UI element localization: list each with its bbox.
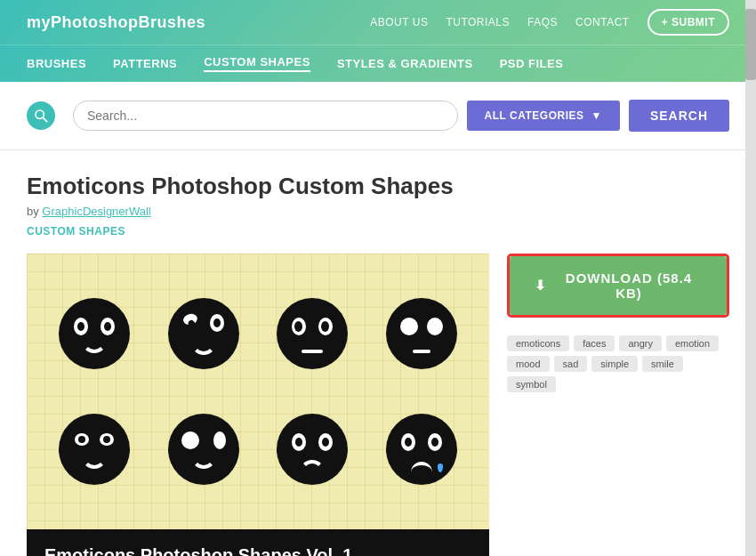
top-nav-links: ABOUT US TUTORIALS FAQS CONTACT + SUBMIT [370,9,729,36]
tags-section: emoticonsfacesangryemotionmoodsadsimples… [507,335,729,392]
emoticon-7 [262,396,363,503]
nav-patterns[interactable]: PATTERNS [113,57,177,70]
image-caption: Emoticons Photoshop Shapes Vol. 1 Graphi… [27,529,489,556]
tag-angry[interactable]: angry [619,335,662,351]
main-content: Emoticons Photoshop Custom Shapes by Gra… [0,150,756,556]
chevron-down-icon: ▼ [591,109,601,122]
nav-contact[interactable]: CONTACT [575,16,630,28]
emoticon-1 [44,280,145,387]
tag-smile[interactable]: smile [642,356,683,372]
download-icon: ⬇ [535,278,547,294]
author-line: by GraphicDesignerWall [27,205,729,218]
nav-styles-gradients[interactable]: STYLES & GRADIENTS [337,57,473,70]
nav-tutorials[interactable]: TUTORIALS [446,16,510,28]
nav-custom-shapes[interactable]: CUSTOM SHAPES [204,55,310,72]
search-icon-wrap [27,101,55,130]
scrollbar-thumb[interactable] [745,9,756,80]
sidebar: ⬇ DOWNLOAD (58.4 KB) emoticonsfacesangry… [507,254,729,556]
content-area: Emoticons Photoshop Shapes Vol. 1 Graphi… [27,254,729,556]
page-title: Emoticons Photoshop Custom Shapes [27,173,729,200]
secondary-nav: BRUSHES PATTERNS CUSTOM SHAPES STYLES & … [0,44,756,82]
download-button-wrap: ⬇ DOWNLOAD (58.4 KB) [507,254,729,318]
search-bar [73,101,458,131]
tag-mood[interactable]: mood [507,356,550,372]
image-title: Emoticons Photoshop Shapes Vol. 1 [44,545,471,556]
nav-psd-files[interactable]: PSD FILES [500,57,564,70]
emoticon-4 [372,280,472,387]
tag-emoticons[interactable]: emoticons [507,335,569,351]
nav-about[interactable]: ABOUT US [370,16,428,28]
emoticon-3 [262,280,363,387]
tag-sad[interactable]: sad [554,356,588,372]
category-dropdown[interactable]: ALL CATEGORIES ▼ [467,101,620,131]
svg-line-1 [43,117,46,121]
preview-image [27,254,489,529]
top-nav: myPhotoshopBrushes ABOUT US TUTORIALS FA… [0,0,756,44]
emoticon-8 [372,396,472,503]
tag-symbol[interactable]: symbol [507,376,556,392]
breadcrumb[interactable]: CUSTOM SHAPES [27,225,729,238]
tag-faces[interactable]: faces [574,335,615,351]
emoticons-grid [27,254,489,529]
author-link[interactable]: GraphicDesignerWall [42,205,150,218]
search-button[interactable]: SEARCH [629,100,729,132]
tag-emotion[interactable]: emotion [666,335,719,351]
nav-faqs[interactable]: FAQS [527,16,558,28]
download-button[interactable]: ⬇ DOWNLOAD (58.4 KB) [510,256,727,315]
submit-button[interactable]: + SUBMIT [647,9,729,36]
emoticon-5 [44,396,145,503]
site-logo: myPhotoshopBrushes [27,13,205,32]
search-icon [34,109,48,123]
search-section: ALL CATEGORIES ▼ SEARCH [0,82,756,150]
emoticon-2 [154,280,254,387]
image-container: Emoticons Photoshop Shapes Vol. 1 Graphi… [27,254,489,556]
scrollbar[interactable] [745,0,756,556]
nav-brushes[interactable]: BRUSHES [27,57,86,70]
emoticon-6 [154,396,254,503]
search-input[interactable] [87,109,444,123]
tag-simple[interactable]: simple [591,356,638,372]
